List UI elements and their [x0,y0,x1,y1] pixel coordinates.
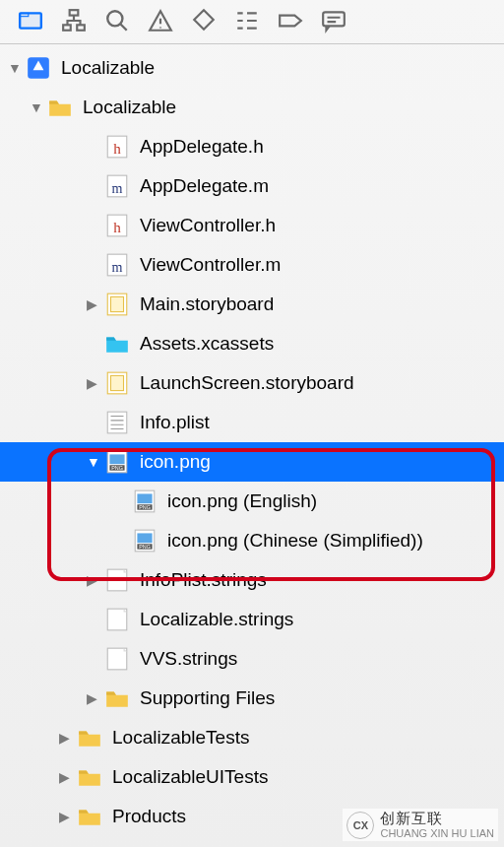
strings-icon [104,646,130,672]
file-row[interactable]: ▶Main.storyboard [0,285,504,324]
folder-icon[interactable] [18,8,43,33]
file-label: InfoPlist.strings [140,569,267,591]
storyboard-icon [104,370,130,396]
file-row[interactable]: ▶PNGicon.png (English) [0,482,504,521]
file-row[interactable]: ▶mViewController.m [0,245,504,285]
watermark-sub: CHUANG XIN HU LIAN [380,827,494,839]
svg-rect-35 [107,648,127,670]
watermark-brand: 创新互联 [380,811,494,827]
m-file-icon: m [104,173,130,199]
svg-text:PNG: PNG [139,544,151,550]
svg-rect-20 [107,412,127,433]
chevron-down-icon[interactable]: ▼ [87,454,100,470]
file-row[interactable]: ▼PNGicon.png [0,442,504,482]
chevron-right-icon[interactable]: ▶ [87,690,100,706]
file-label: AppDelegate.m [140,175,269,197]
file-label: Supporting Files [140,687,275,709]
group-row[interactable]: ▶LocalizableTests [0,718,504,757]
svg-rect-30 [137,533,152,543]
svg-point-5 [107,11,122,26]
file-label: LaunchScreen.storyboard [140,372,354,394]
chevron-down-icon[interactable]: ▼ [30,99,43,115]
svg-rect-26 [137,493,152,503]
file-label: Localizable.strings [140,609,293,630]
chevron-right-icon[interactable]: ▶ [59,730,73,746]
xcassets-icon [104,331,130,357]
svg-rect-1 [20,13,29,16]
svg-text:PNG: PNG [139,504,151,510]
chevron-right-icon[interactable]: ▶ [87,375,100,391]
svg-text:m: m [112,259,123,275]
chevron-right-icon[interactable]: ▶ [59,809,73,824]
file-row[interactable]: ▶mAppDelegate.m [0,166,504,206]
file-row[interactable]: ▶hViewController.h [0,206,504,245]
svg-text:h: h [113,140,121,157]
strings-icon [104,567,130,593]
folder-icon [77,764,102,790]
file-label: VVS.strings [140,648,237,670]
file-row[interactable]: ▶Supporting Files [0,679,504,718]
file-row[interactable]: ▶InfoPlist.strings [0,560,504,600]
file-row[interactable]: ▶VVS.strings [0,639,504,679]
search-icon[interactable] [104,8,130,33]
file-label: AppDelegate.h [140,136,264,158]
group-label: LocalizableUITests [112,766,268,788]
file-row[interactable]: ▶Info.plist [0,403,504,442]
file-row[interactable]: ▶hAppDelegate.h [0,127,504,166]
chevron-down-icon[interactable]: ▼ [8,60,22,76]
watermark-logo-icon: CX [346,812,374,839]
project-root-label: Localizable [61,57,155,79]
chevron-right-icon[interactable]: ▶ [87,572,100,588]
group-label: Products [112,806,186,827]
file-row[interactable]: ▶Assets.xcassets [0,324,504,363]
comment-icon[interactable] [321,8,346,33]
folder-icon [77,804,102,829]
svg-rect-22 [109,454,124,464]
source-control-icon[interactable] [61,8,87,33]
chevron-right-icon[interactable]: ▶ [87,296,100,312]
list-icon[interactable] [234,8,260,33]
file-label: Main.storyboard [140,293,274,315]
chevron-right-icon[interactable]: ▶ [59,769,73,785]
png-icon: PNG [132,489,158,514]
svg-rect-4 [77,25,85,30]
file-label: ViewController.h [140,215,276,236]
file-label: icon.png [140,451,211,473]
ribbon-icon[interactable] [191,8,217,33]
png-icon: PNG [132,528,158,554]
file-label: ViewController.m [140,254,281,276]
file-row[interactable]: ▶Localizable.strings [0,600,504,639]
folder-row[interactable]: ▼ Localizable [0,88,504,127]
project-root-row[interactable]: ▼ Localizable [0,48,504,88]
svg-rect-17 [111,296,124,311]
svg-rect-3 [63,25,71,30]
file-label: icon.png (Chinese (Simplified)) [167,530,423,552]
group-label: LocalizableTests [112,727,249,749]
navigator-toolbar [0,0,504,44]
svg-text:m: m [112,180,123,196]
file-row[interactable]: ▶LaunchScreen.storyboard [0,363,504,403]
svg-rect-34 [107,609,127,630]
m-file-icon: m [104,252,130,278]
folder-label: Localizable [83,97,176,118]
svg-text:h: h [113,219,121,235]
svg-rect-6 [323,12,345,26]
group-row[interactable]: ▶LocalizableUITests [0,757,504,797]
svg-rect-2 [70,10,79,15]
file-row[interactable]: ▶PNGicon.png (Chinese (Simplified)) [0,521,504,560]
folder-icon [77,725,102,750]
file-label: Info.plist [140,412,210,433]
strings-icon [104,607,130,632]
svg-rect-19 [111,375,124,390]
png-icon: PNG [104,449,130,475]
folder-icon [47,95,73,120]
tag-icon[interactable] [278,8,303,33]
h-file-icon: h [104,213,130,238]
project-navigator-tree: ▼ Localizable ▼ Localizable ▶hAppDelegat… [0,44,504,836]
warning-icon[interactable] [148,8,173,33]
watermark: CX 创新互联 CHUANG XIN HU LIAN [343,809,498,841]
h-file-icon: h [104,134,130,160]
storyboard-icon [104,292,130,317]
plist-icon [104,410,130,435]
file-label: Assets.xcassets [140,333,274,355]
